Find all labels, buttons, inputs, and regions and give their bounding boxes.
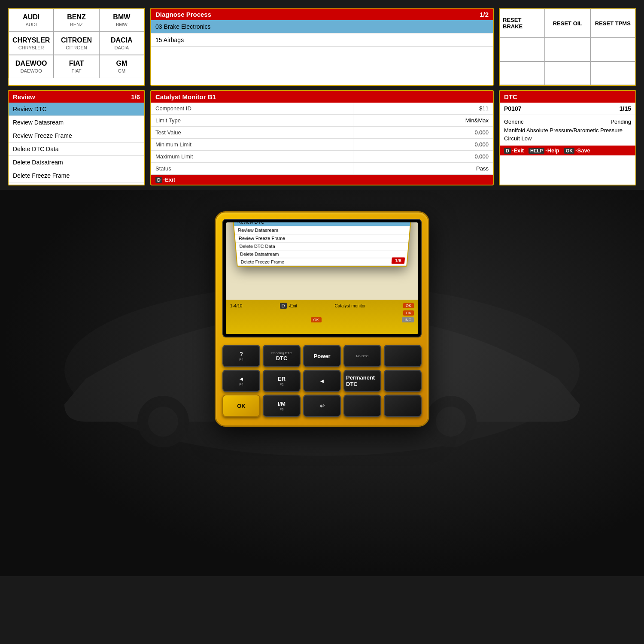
left-key[interactable]: ◄F4 xyxy=(222,370,260,392)
review-header: Review 1/6 xyxy=(9,91,144,103)
diagnose-item[interactable]: 03 Brake Electronics xyxy=(151,20,493,33)
brand-sub: AUDI xyxy=(26,22,37,27)
ok-key[interactable]: OK xyxy=(222,395,260,417)
screen-ok2-btn[interactable]: OK xyxy=(403,310,414,316)
review-item[interactable]: Delete Datsatream xyxy=(9,156,144,169)
reset-button xyxy=(590,38,635,61)
dtc-footer: D-Exit HELP-Help OK-Save xyxy=(500,146,635,155)
popup-review-item[interactable]: Review Freeze Frame xyxy=(235,234,409,243)
diagnose-item[interactable]: 15 Airbags xyxy=(151,33,493,47)
exit-label: -Exit xyxy=(163,176,175,183)
dtc-help-icon: HELP xyxy=(529,148,544,154)
screen-ok3-btn[interactable]: OK xyxy=(311,317,322,322)
popup-review-item[interactable]: Delete Freeze Frame xyxy=(237,258,407,266)
help-key[interactable]: ?F4 xyxy=(222,345,260,367)
popup-review-item[interactable]: Delete DTC Data xyxy=(236,243,408,250)
catalyst-label: Limit Type xyxy=(151,115,353,127)
dtc-panel: DTC P0107 1/15 Generic Pending Manifold … xyxy=(499,90,636,185)
review-item[interactable]: Review Freeze Frame xyxy=(9,129,144,143)
brand-cell-audi[interactable]: AUDIAUDI xyxy=(9,9,54,32)
device-screen-area: Review Review DTCReview DatasreamReview … xyxy=(222,219,422,337)
brand-cell-fiat[interactable]: FIATFIAT xyxy=(54,55,99,78)
er-key[interactable]: ERF2 xyxy=(263,370,301,392)
diagnose-title: Diagnose Process xyxy=(155,11,211,18)
screen-inc-btn[interactable]: INC xyxy=(402,317,414,322)
brand-name: BENZ xyxy=(67,13,86,21)
power-key[interactable]: Power xyxy=(303,345,341,367)
catalyst-row: Test Value0.000 xyxy=(151,127,493,139)
brand-sub: CHRYSLER xyxy=(18,45,44,50)
dtc-key[interactable]: Pending DTCDTC xyxy=(263,345,301,367)
brand-cell-gm[interactable]: GMGM xyxy=(99,55,144,78)
svg-point-4 xyxy=(436,407,466,437)
screen-bottom: 1-4/10 D -Exit Catalyst monitor OK OK xyxy=(226,300,418,334)
reset-button xyxy=(590,61,635,85)
key-sub: No DTC xyxy=(356,354,369,358)
reset-button[interactable]: RESET OIL xyxy=(545,9,590,38)
review-item[interactable]: Delete DTC Data xyxy=(9,143,144,156)
popup-review-item[interactable]: Delete Datsatream xyxy=(236,250,407,258)
brand-cell-chrysler[interactable]: CHRYSLERCHRYSLER xyxy=(9,32,54,55)
key-main: OK xyxy=(237,403,246,409)
device-keypad: ?F4Pending DTCDTCPowerNo DTC◄F4ERF2◄Perm… xyxy=(222,343,422,419)
im-key[interactable]: I/MF3 xyxy=(263,395,301,417)
catalyst-footer: D-Exit xyxy=(151,175,493,185)
brand-cell-dacia[interactable]: DACIADACIA xyxy=(99,32,144,55)
empty-key-2[interactable] xyxy=(384,370,422,392)
dtc-help-label: -Help xyxy=(545,147,559,154)
diagnose-panel: Diagnose Process 1/2 03 Brake Electronic… xyxy=(150,8,494,86)
empty-key-3[interactable] xyxy=(343,395,381,417)
key-main: ◄ xyxy=(239,376,244,382)
brand-sub: CITROEN xyxy=(66,45,87,50)
review-item[interactable]: Review Datasream xyxy=(9,116,144,129)
brand-cell-daewoo[interactable]: DAEWOODAEWOO xyxy=(9,55,54,78)
brand-sub: DACIA xyxy=(115,45,129,50)
reset-button[interactable]: RESET BRAKE xyxy=(500,9,545,38)
brand-cell-citroen[interactable]: CITROENCITROEN xyxy=(54,32,99,55)
device-section: Review Review DTCReview DatasreamReview … xyxy=(0,190,644,576)
brand-name: FIAT xyxy=(69,60,84,67)
catalyst-title: Catalyst Monitor B1 xyxy=(155,93,216,100)
empty-key-4[interactable] xyxy=(384,395,422,417)
key-main: ↩ xyxy=(320,403,325,409)
screen-ok-btn[interactable]: OK xyxy=(403,303,414,308)
key-sub: F4 xyxy=(239,358,243,361)
review-title: Review xyxy=(13,93,35,100)
review-item[interactable]: Review DTC xyxy=(9,103,144,116)
return-key[interactable]: ↩ xyxy=(303,395,341,417)
dtc-description: Manifold Absolute Pressure/Barometic Pre… xyxy=(504,126,631,143)
brand-cell-bmw[interactable]: BMWBMW xyxy=(99,9,144,32)
key-main: ER xyxy=(278,376,286,382)
catalyst-row: StatusPass xyxy=(151,163,493,175)
back-key[interactable]: ◄ xyxy=(303,370,341,392)
diagnose-page: 1/2 xyxy=(480,11,489,18)
exit-icon: D xyxy=(155,177,162,183)
dtc-exit-label: -Exit xyxy=(512,147,524,154)
permanent-key[interactable]: Permanent DTC xyxy=(343,370,381,392)
catalyst-label: Minimum Limit xyxy=(151,139,353,151)
popup-review-item[interactable]: Review DTC xyxy=(234,222,411,226)
brand-name: DACIA xyxy=(111,36,133,44)
catalyst-value: 0.000 xyxy=(353,139,493,151)
catalyst-value: $11 xyxy=(353,103,493,115)
review-item[interactable]: Delete Freeze Frame xyxy=(9,169,144,182)
popup-review-item[interactable]: Review Datasream xyxy=(234,226,410,234)
key-main: ? xyxy=(240,351,243,357)
catalyst-label: Status xyxy=(151,163,353,175)
catalyst-value: Pass xyxy=(353,163,493,175)
brand-sub: DAEWOO xyxy=(21,68,42,73)
catalyst-value: 0.000 xyxy=(353,127,493,139)
review-panel: Review 1/6 Review DTCReview DatasreamRev… xyxy=(8,90,145,185)
review-page: 1/6 xyxy=(131,93,140,100)
no-dtc-key[interactable]: No DTC xyxy=(343,345,381,367)
reset-button[interactable]: RESET TPMS xyxy=(590,9,635,38)
catalyst-row: Maximum Limit0.000 xyxy=(151,151,493,163)
dtc-header: DTC xyxy=(500,91,635,103)
screen-page-label: 1-4/10 xyxy=(230,304,242,308)
brand-cell-benz[interactable]: BENZBENZ xyxy=(54,9,99,32)
empty-key-1[interactable] xyxy=(384,345,422,367)
brand-sub: FIAT xyxy=(71,68,81,73)
dtc-ok-icon: OK xyxy=(564,148,575,154)
catalyst-value: Min&Max xyxy=(353,115,493,127)
key-main: Permanent DTC xyxy=(346,374,379,387)
